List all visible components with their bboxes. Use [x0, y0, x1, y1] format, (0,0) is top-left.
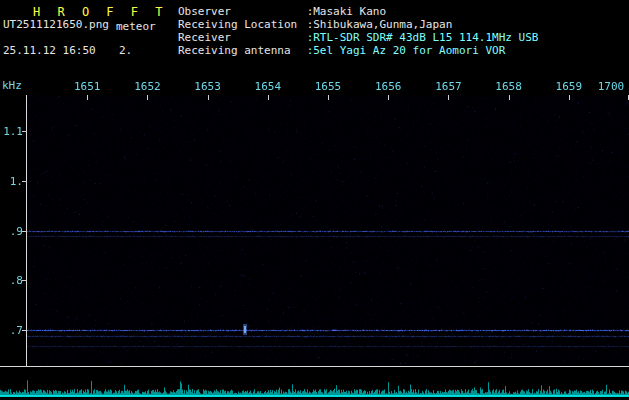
info-row-observer: Observer :Masaki Kano	[178, 5, 538, 18]
info-label: Receiver	[178, 31, 300, 44]
time-axis-label: 1657	[435, 80, 462, 93]
info-label: Observer	[178, 5, 300, 18]
time-axis-label: 1655	[315, 80, 342, 93]
freq-axis-label: .9	[0, 225, 23, 238]
info-label: Receiving antenna	[178, 44, 300, 57]
time-axis-label: 1654	[255, 80, 282, 93]
spectrogram-canvas	[27, 95, 629, 365]
app-title: H R O F F T	[33, 5, 167, 19]
output-filename: UT2511121650.png	[3, 18, 109, 31]
time-axis-label: 1656	[375, 80, 402, 93]
freq-axis-line	[26, 95, 27, 366]
freq-axis-label: .8	[0, 274, 23, 287]
time-axis-label: 1651	[74, 80, 101, 93]
time-axis-label: 1653	[194, 80, 221, 93]
info-label: Receiving Location	[178, 18, 300, 31]
freq-axis-label: 1.1	[0, 125, 23, 138]
time-axis-label: 1659	[556, 80, 583, 93]
info-value: :5el Yagi Az 20 for Aomori VOR	[307, 44, 506, 57]
freq-axis-label: 1.	[0, 175, 23, 188]
info-row-receiver: Receiver :RTL-SDR SDR# 43dB L15 114.1MHz…	[178, 31, 538, 44]
info-value: :Masaki Kano	[307, 5, 386, 18]
info-row-antenna: Receiving antenna :5el Yagi Az 20 for Ao…	[178, 44, 538, 57]
freq-axis-label: .7	[0, 324, 23, 337]
info-row-location: Receiving Location :Shibukawa,Gunma,Japa…	[178, 18, 538, 31]
time-axis-label: 1652	[134, 80, 161, 93]
info-value: :Shibukawa,Gunma,Japan	[307, 18, 453, 31]
observation-note: meteor	[116, 20, 156, 33]
time-axis-label: 1700	[598, 80, 625, 93]
separator-line	[0, 366, 629, 367]
signal-level-canvas	[0, 368, 629, 399]
time-axis-label: 1658	[495, 80, 522, 93]
freq-axis-unit: kHz	[2, 79, 22, 92]
datetime-label: 25.11.12 16:50	[3, 44, 96, 57]
info-value: :RTL-SDR SDR# 43dB L15 114.1MHz USB	[307, 31, 539, 44]
hrofft-output: H R O F F T UT2511121650.png meteor 25.1…	[0, 0, 629, 400]
station-info: Observer :Masaki Kano Receiving Location…	[178, 5, 538, 57]
echo-counter: 2.	[119, 44, 132, 57]
